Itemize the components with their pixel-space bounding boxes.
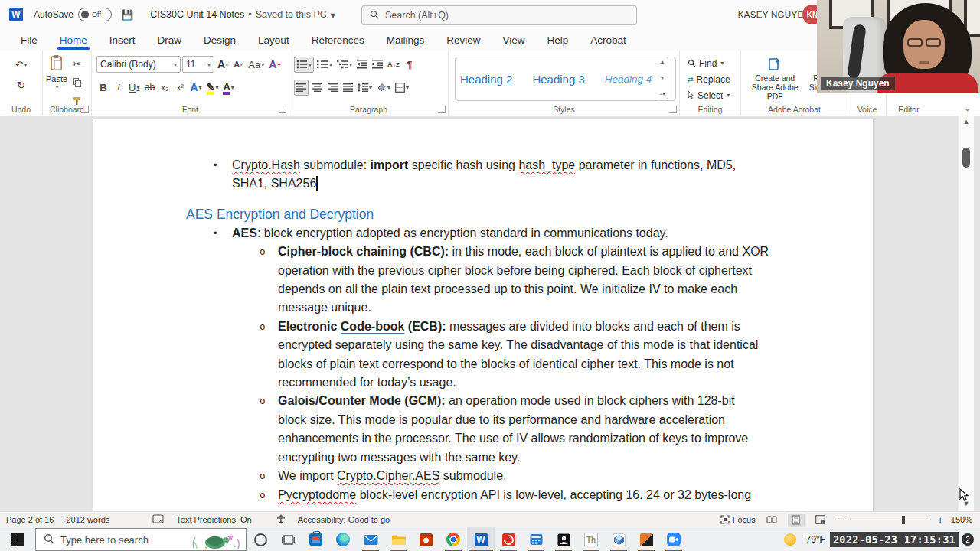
clear-formatting-button[interactable]: A✦ (267, 57, 283, 73)
chevron-down-icon[interactable]: ▾ (331, 9, 335, 21)
menu-tab-insert[interactable]: Insert (109, 31, 136, 49)
italic-button[interactable]: I (112, 80, 126, 96)
taskbar-app-acrobat-icon[interactable] (495, 527, 522, 551)
menu-tab-layout[interactable]: Layout (257, 31, 290, 49)
zoom-out-button[interactable]: − (837, 514, 843, 526)
align-center-button[interactable] (310, 80, 324, 96)
taskbar-app-store-icon[interactable] (302, 527, 329, 551)
web-layout-button[interactable]: i (812, 514, 829, 527)
strikethrough-button[interactable]: ab (142, 80, 156, 96)
replace-button[interactable]: ⇄Replace (688, 73, 740, 86)
weather-icon[interactable] (784, 533, 796, 546)
bullets-button[interactable]: ▾ (294, 57, 314, 73)
justify-button[interactable] (341, 80, 354, 96)
multilevel-list-button[interactable]: ▾ (335, 57, 354, 73)
autosave-control[interactable]: AutoSave Off (34, 8, 112, 21)
page-indicator[interactable]: Page 2 of 16 (6, 515, 54, 524)
styles-scroll-up-icon[interactable]: ▲ (660, 59, 665, 64)
change-case-button[interactable]: Aa▾ (247, 57, 266, 73)
menu-tab-acrobat[interactable]: Acrobat (590, 31, 627, 49)
style-heading-2[interactable]: Heading 2 (460, 73, 512, 86)
taskbar-app-virtualbox-icon[interactable] (605, 527, 632, 551)
focus-button[interactable]: Focus (720, 515, 756, 524)
text-predictions-status[interactable]: Text Predictions: On (176, 515, 251, 524)
taskbar-app-file-explorer-icon[interactable] (384, 527, 412, 551)
font-color-button[interactable]: A▾ (221, 80, 235, 96)
taskbar-app-maps-icon[interactable] (632, 527, 660, 551)
taskbar-app-chrome-icon[interactable] (439, 527, 467, 551)
zoom-slider-thumb[interactable] (902, 516, 905, 524)
styles-scroll-down-icon[interactable]: ▼ (660, 75, 665, 80)
paste-dropdown-icon[interactable]: ▾ (56, 83, 59, 90)
align-left-button[interactable] (294, 80, 309, 96)
taskbar-app-photos-icon[interactable] (550, 527, 577, 551)
zoom-slider[interactable] (850, 520, 929, 520)
menu-tab-review[interactable]: Review (446, 31, 481, 49)
align-right-button[interactable] (325, 80, 339, 96)
decrease-indent-button[interactable] (355, 57, 369, 73)
cut-button[interactable]: ✂ (70, 56, 83, 72)
subscript-button[interactable]: x₂ (158, 80, 172, 96)
numbering-button[interactable]: ▾ (315, 57, 334, 73)
menu-tab-home[interactable]: Home (59, 31, 88, 49)
copy-button[interactable] (70, 74, 83, 90)
style-heading-3[interactable]: Heading 3 (532, 73, 584, 86)
select-button[interactable]: Select▾ (688, 89, 740, 102)
save-icon[interactable]: 💾 (121, 9, 133, 21)
zoom-level[interactable]: 150% (951, 515, 972, 524)
taskbar-app-word-icon[interactable]: W (467, 527, 495, 551)
taskbar-search-box[interactable]: Type here to search (35, 528, 247, 551)
create-share-pdf-button[interactable]: Create and Share Adobe PDF (746, 57, 804, 101)
menu-tab-design[interactable]: Design (203, 31, 237, 49)
proofing-icon[interactable] (152, 514, 164, 525)
document-page[interactable]: •Crypto.Hash submodule: import specific … (93, 119, 873, 511)
account-name[interactable]: KASEY NGUYEN (738, 0, 810, 29)
shading-button[interactable]: ▾ (375, 80, 392, 96)
start-button[interactable] (0, 527, 35, 551)
word-count[interactable]: 2012 words (66, 515, 109, 524)
paste-button[interactable]: Paste ▾ (46, 54, 67, 109)
taskbar-app-office-icon[interactable] (412, 527, 439, 551)
font-size-combo[interactable]: 11▾ (182, 56, 214, 73)
taskbar-app-mail-icon[interactable] (357, 527, 384, 551)
show-formatting-button[interactable]: ¶ (403, 57, 416, 73)
font-name-combo[interactable]: Calibri (Body)▾ (96, 56, 181, 73)
underline-button[interactable]: U▾ (127, 80, 141, 96)
borders-button[interactable]: ▾ (394, 80, 410, 96)
autosave-toggle[interactable]: Off (78, 8, 112, 21)
paragraph-dialog-launcher[interactable] (438, 106, 446, 113)
cortana-button[interactable] (247, 527, 274, 551)
zoom-in-button[interactable]: + (937, 514, 943, 526)
collapse-ribbon-icon[interactable]: ⌄ (965, 104, 971, 112)
menu-tab-draw[interactable]: Draw (157, 31, 183, 49)
title-search-box[interactable]: Search (Alt+Q) (361, 5, 637, 25)
scrollbar-thumb[interactable] (962, 148, 970, 168)
taskbar-app-thonny-icon[interactable]: Th (577, 527, 605, 551)
line-spacing-button[interactable]: ▾ (356, 80, 374, 96)
styles-dialog-launcher[interactable] (669, 106, 677, 113)
grow-font-button[interactable]: A˄ (216, 57, 230, 73)
menu-tab-mailings[interactable]: Mailings (386, 31, 426, 49)
vertical-scrollbar[interactable]: ▲ ▼ (958, 116, 974, 511)
redo-button[interactable]: ↻ (15, 77, 28, 93)
increase-indent-button[interactable] (371, 57, 384, 73)
superscript-button[interactable]: x² (173, 80, 187, 96)
bold-button[interactable]: B (96, 80, 110, 96)
styles-more-icon[interactable]: ≡▾ (659, 91, 665, 97)
menu-tab-help[interactable]: Help (547, 31, 570, 49)
sort-button[interactable]: A↓Z (386, 57, 401, 73)
read-mode-button[interactable] (763, 514, 780, 527)
find-button[interactable]: Find▾ (688, 57, 740, 70)
temperature[interactable]: 79°F (805, 534, 825, 545)
menu-tab-view[interactable]: View (501, 31, 525, 49)
highlight-color-button[interactable]: ✎▾ (205, 80, 220, 96)
print-layout-button[interactable] (788, 514, 805, 527)
shrink-font-button[interactable]: A˅ (231, 57, 245, 73)
notification-badge[interactable]: 2 (962, 533, 974, 546)
scroll-up-icon[interactable]: ▲ (963, 116, 970, 128)
text-effects-button[interactable]: A▾ (188, 80, 203, 96)
accessibility-status[interactable]: Accessibility: Good to go (298, 515, 390, 524)
document-title[interactable]: CIS30C Unit 14 Notes • Saved to this PC … (150, 9, 335, 21)
styles-gallery-scroll[interactable]: ▲ ▼ ≡▾ (657, 57, 668, 99)
menu-tab-references[interactable]: References (311, 31, 365, 49)
